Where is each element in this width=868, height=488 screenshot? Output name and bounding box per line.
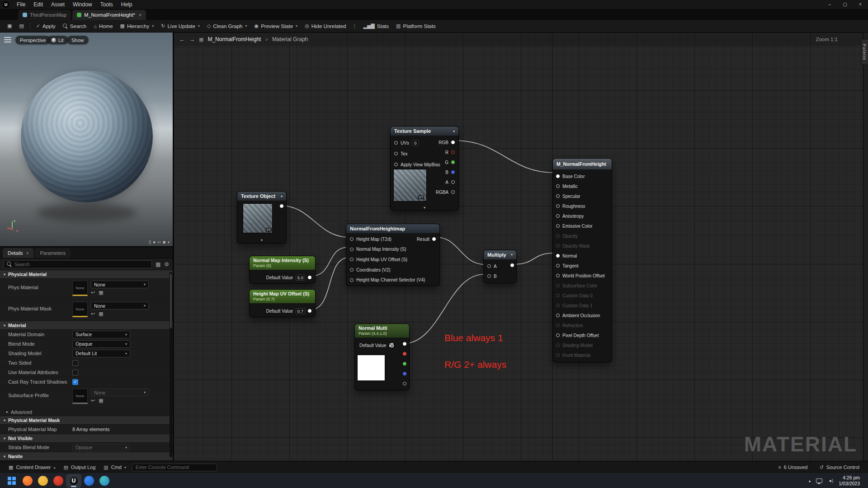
source-control-button[interactable]: ↺ Source Control (815, 461, 863, 474)
node-multiply[interactable]: Multiply▾AB (483, 250, 517, 283)
input-pin-specular[interactable] (556, 194, 560, 198)
output-pin-rgb[interactable] (451, 141, 455, 144)
forward-arrow-icon[interactable]: → (189, 36, 195, 43)
output-pin-rgba[interactable] (451, 190, 455, 194)
section-header-physical-material[interactable]: ▾Physical Material (0, 270, 173, 279)
live-update-button[interactable]: ↻Live Update▾ (157, 22, 203, 30)
breadcrumb-graph-name[interactable]: Material Graph (272, 36, 308, 42)
apply-button[interactable]: ✓Apply (33, 22, 59, 30)
red-app-taskbar-button[interactable] (51, 474, 66, 488)
node-texture-sample[interactable]: Texture Sample▴UVs0TexApply View MipBias… (390, 126, 459, 211)
section-advanced[interactable]: ▸Advanced (0, 408, 173, 416)
preview-cube-icon[interactable]: ■ (163, 239, 165, 244)
content-drawer-button[interactable]: ▦ Content Drawer ▴ (5, 461, 59, 474)
file-explorer-taskbar-button[interactable] (35, 474, 51, 488)
output-pin-b[interactable] (451, 170, 455, 174)
output-pin[interactable] (308, 276, 311, 279)
toolbar-overflow-button[interactable]: ⋮ (349, 23, 359, 29)
input-pin[interactable] (350, 268, 354, 272)
details-search-box[interactable] (4, 260, 152, 268)
input-pin-custom-data-0[interactable] (556, 294, 560, 297)
close-tab-icon[interactable]: × (139, 12, 142, 18)
section-header-nanite[interactable]: ▾Nanite (0, 452, 173, 461)
cast-ray-traced-shadows-checkbox[interactable]: ✓ (72, 379, 78, 385)
two-sided-checkbox[interactable] (72, 360, 78, 366)
network-icon[interactable] (816, 479, 822, 483)
menu-asset[interactable]: Asset (47, 0, 69, 9)
display-filter-icon[interactable]: ▦ (156, 261, 160, 267)
input-pin-custom-data-1[interactable] (556, 304, 560, 307)
use-selected-asset-icon[interactable]: ↩ (91, 311, 95, 317)
input-pin[interactable] (350, 237, 354, 241)
node-header[interactable]: Texture Sample▴ (391, 127, 458, 136)
node-header[interactable]: Normal MultiParam (4,4,1,0) (355, 324, 409, 338)
back-arrow-icon[interactable]: ← (179, 36, 185, 43)
graph-wire[interactable] (455, 141, 554, 173)
preview-teapot-icon[interactable]: ◖ (167, 239, 170, 244)
node-header[interactable]: Texture Object▴ (237, 192, 286, 201)
input-pin-refraction[interactable] (556, 324, 560, 327)
clean-graph-button[interactable]: ◇Clean Graph▾ (203, 22, 251, 30)
asset-dropdown[interactable]: None▾ (91, 302, 149, 310)
maximize-button[interactable]: ▢ (837, 0, 853, 9)
input-pin[interactable] (350, 278, 354, 282)
viewport-lit-button[interactable]: Lit (47, 36, 68, 44)
blue-app-taskbar-button[interactable] (81, 474, 97, 488)
input-pin-world-position-offset[interactable] (556, 274, 560, 277)
asset-thumbnail[interactable]: None (72, 302, 88, 317)
preview-state-button[interactable]: ◉Preview State▾ (251, 22, 302, 30)
input-pin[interactable] (350, 258, 354, 261)
chevron-down-icon[interactable]: ▾ (511, 250, 513, 259)
shading-model-dropdown[interactable]: Default Lit▾ (72, 350, 130, 357)
graph-wire[interactable] (436, 237, 484, 264)
node-header[interactable]: M_NormalFromHeight (553, 159, 612, 169)
details-search-input[interactable] (14, 262, 149, 267)
viewport-show-button[interactable]: Show (67, 36, 89, 44)
asset-dropdown[interactable]: None▾ (91, 281, 149, 288)
menu-window[interactable]: Window (69, 0, 96, 9)
node-normal-multi[interactable]: Normal MultiParam (4,4,1,0)Default Value (354, 324, 410, 390)
node-normal-map-intensity[interactable]: Normal Map Intensity (S)Param (5)Default… (249, 256, 316, 284)
output-pin[interactable] (403, 342, 406, 346)
strata-blend-mode-dropdown[interactable]: Opaque▾ (72, 444, 130, 451)
graph-wire[interactable] (514, 253, 554, 264)
palette-tab[interactable]: Palette (861, 39, 868, 65)
color-swatch[interactable] (389, 343, 394, 348)
input-pin[interactable] (350, 248, 354, 251)
input-pin-normal[interactable] (556, 254, 560, 258)
section-header-physical-material-mask[interactable]: ▾Physical Material Mask (0, 416, 173, 425)
node-header[interactable]: Height Map UV Offset (S)Param (0.7) (250, 290, 315, 303)
platform-stats-button[interactable]: ▥Platform Stats (392, 22, 439, 30)
asset-dropdown[interactable]: None▾ (91, 389, 149, 396)
hide-unrelated-button[interactable]: ◎Hide Unrelated (301, 22, 349, 30)
output-pin[interactable] (403, 362, 406, 366)
section-header-not-visible[interactable]: ▾Not Visible (0, 434, 173, 443)
home-button[interactable]: ⌂Home (90, 22, 116, 30)
node-material-result[interactable]: M_NormalFromHeightBase ColorMetallicSpec… (552, 158, 612, 362)
console-command-input[interactable] (132, 464, 217, 471)
use-material-attributes-checkbox[interactable] (72, 370, 78, 375)
material-preview-viewport[interactable]: PerspectiveLitShow z x ▯●▱■◖ (0, 33, 174, 246)
input-pin-roughness[interactable] (556, 204, 560, 208)
volume-icon[interactable]: ◄) (828, 479, 833, 483)
tab-parameters[interactable]: Parameters (35, 248, 71, 258)
input-pin[interactable] (394, 163, 398, 166)
close-icon[interactable]: × (26, 251, 29, 256)
unreal-engine-taskbar-button[interactable]: U (66, 474, 81, 488)
preview-plane-icon[interactable]: ▱ (157, 239, 161, 244)
output-pin-g[interactable] (451, 160, 455, 164)
graph-wire[interactable] (311, 247, 349, 276)
input-pin-front-material[interactable] (556, 353, 560, 357)
preview-cylinder-icon[interactable]: ▯ (149, 239, 151, 244)
expand-chevron-icon[interactable]: ▾ (424, 206, 425, 210)
material-graph-canvas[interactable]: Texture Object▴VT▾Texture Sample▴UVs0Tex… (174, 33, 868, 461)
output-pin[interactable] (280, 204, 283, 208)
edge-taskbar-button[interactable] (97, 474, 112, 488)
menu-help[interactable]: Help (117, 0, 137, 9)
blend-mode-dropdown[interactable]: Opaque▾ (72, 340, 130, 348)
result-output-pin[interactable] (432, 237, 436, 241)
asset-thumbnail[interactable]: None (72, 389, 88, 404)
viewport-perspective-button[interactable]: Perspective (15, 36, 50, 44)
graph-wire[interactable] (311, 258, 349, 310)
expand-chevron-icon[interactable]: ▾ (261, 238, 263, 242)
